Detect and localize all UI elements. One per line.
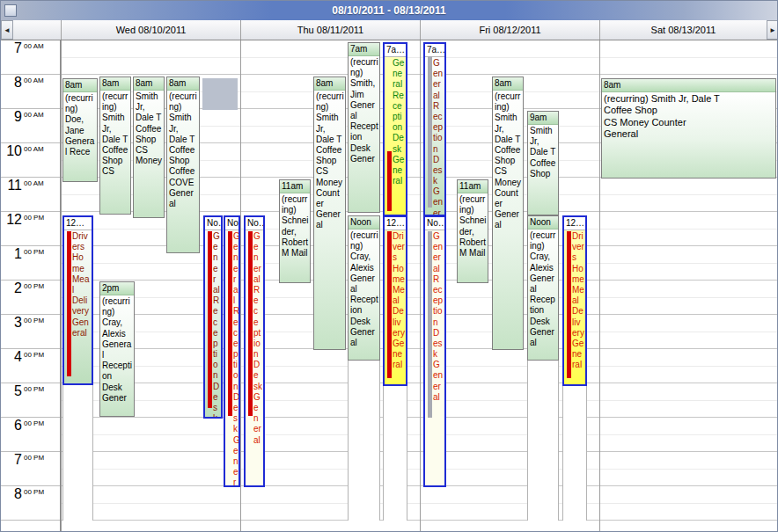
status-strip <box>387 231 392 378</box>
appointment-thu-schneider[interactable]: 11am (recurring) Schneider, Robert M Mai… <box>279 179 311 283</box>
status-strip <box>67 231 71 376</box>
appointment-subject: Smith Jr, Dale T Coffee Shop CS Money <box>134 91 164 217</box>
appointment-subject: (recurring) Smith Jr, Dale T Coffee Shop… <box>100 91 130 214</box>
appointment-time-label: 12… <box>385 217 406 230</box>
appointment-time-label: Noon <box>528 216 558 230</box>
column-divider <box>420 40 421 532</box>
appointment-time-label: 8am <box>493 77 523 91</box>
time-label: 700 AM <box>1 40 60 75</box>
ruler-header-stub <box>13 20 61 40</box>
appointment-time-label: 9am <box>528 112 558 125</box>
appointment-subject: (recurring) Cray, Alexis General Recepti… <box>100 295 134 416</box>
appointment-time-label: 7a… <box>385 44 406 57</box>
appointment-wed-smith-cove[interactable]: 8am (recurring) Smith Jr, Dale T Coffee … <box>166 77 200 253</box>
appointment-subject: Smith Jr, Dale T Coffee Shop <box>528 125 558 215</box>
subcolumn-guide <box>527 361 559 521</box>
appointment-wed-doe[interactable]: 8am (recurring) Doe, Jane General Rece <box>62 78 98 182</box>
time-label: 700 PM <box>1 452 60 486</box>
time-label: 100 PM <box>1 246 60 281</box>
appointment-thu-reception-7am[interactable]: 7a… General Reception Desk General <box>383 42 407 216</box>
appointment-time-label: 11am <box>458 180 488 193</box>
appointment-fri-cray[interactable]: Noon (recurring) Cray, Alexis General Re… <box>527 215 559 361</box>
appointment-subject: (recurring) Doe, Jane General Rece <box>63 92 97 181</box>
appointment-subject: (recurring) Cray, Alexis General Recepti… <box>349 230 379 360</box>
status-strip <box>387 151 392 211</box>
appointment-time-label: 12… <box>564 217 585 230</box>
status-strip <box>248 231 253 416</box>
appointment-time-label: No… <box>246 217 263 230</box>
time-label: 500 PM <box>1 383 60 418</box>
appointment-thu-reception-noon[interactable]: No… General Reception Desk General <box>244 215 265 487</box>
appointment-thu-smith-jim[interactable]: 7am (recurring) Smith, Jim General Recep… <box>348 42 380 213</box>
day-header-thu[interactable]: Thu 08/11/2011 <box>240 20 420 40</box>
status-strip <box>208 231 212 408</box>
subcolumn-guide <box>562 386 587 521</box>
appointment-wed-smith-recurring[interactable]: 8am (recurring) Smith Jr, Dale T Coffee … <box>99 77 131 215</box>
status-strip <box>428 56 432 208</box>
appointment-time-label: 8am <box>63 79 97 92</box>
appointment-subject: (recurring) Schneider, Robert M Mail <box>280 193 310 282</box>
day-header-fri[interactable]: Fri 08/12/2011 <box>420 20 599 40</box>
appointment-sat-smith[interactable]: 8am (recurring) Smith Jr, Dale T Coffee … <box>601 78 776 179</box>
time-label: 400 PM <box>1 349 60 383</box>
appointment-time-label: 2pm <box>100 282 134 295</box>
appointment-fri-drivers[interactable]: 12… Drivers Home Meal Delivery General <box>562 215 587 386</box>
column-divider <box>599 40 600 532</box>
appointment-time-label: 11am <box>280 180 310 193</box>
selected-time-range <box>202 78 238 110</box>
appointment-wed-reception-noon-2[interactable]: No… General Reception Desk General <box>224 215 240 487</box>
next-button[interactable]: ► <box>767 20 778 40</box>
subcolumn-guide <box>383 386 407 521</box>
time-label: 800 AM <box>1 75 60 109</box>
appointment-subject: (recurring) Smith Jr, Dale T Coffee Shop… <box>314 91 345 349</box>
chevron-right-icon: ► <box>769 26 776 34</box>
appointment-time-label: No… <box>205 217 221 230</box>
appointment-time-label: 7a… <box>425 44 444 57</box>
appointment-subject: (recurring) Cray, Alexis General Recepti… <box>528 230 558 360</box>
time-label: 300 PM <box>1 315 60 349</box>
day-header-wed[interactable]: Wed 08/10/2011 <box>61 20 240 40</box>
appointment-time-label: 8am <box>167 77 199 91</box>
scheduler-grid[interactable]: 8am (recurring) Doe, Jane General Rece 8… <box>61 40 778 532</box>
appointment-wed-cray[interactable]: 2pm (recurring) Cray, Alexis General Rec… <box>99 281 135 417</box>
appointment-fri-schneider[interactable]: 11am (recurring) Schneider, Robert M Mai… <box>457 179 488 283</box>
appointment-time-label: No… <box>425 217 444 230</box>
appointment-wed-drivers[interactable]: 12… Drivers Home Meal Delivery General <box>62 215 93 385</box>
appointment-time-label: 8am <box>100 77 130 91</box>
prev-button[interactable]: ◄ <box>1 20 13 40</box>
time-label: 1100 AM <box>1 178 60 212</box>
status-strip <box>228 231 232 416</box>
appointment-fri-reception-noon[interactable]: No… General Reception Desk General <box>423 215 446 487</box>
appointment-thu-cray[interactable]: Noon (recurring) Cray, Alexis General Re… <box>348 215 380 361</box>
column-divider <box>61 40 62 532</box>
appointment-fri-smith-8am[interactable]: 8am (recurring) Smith Jr, Dale T Coffee … <box>492 77 524 350</box>
time-label: 1200 PM <box>1 212 60 246</box>
appointment-time-label: 12… <box>64 217 92 230</box>
title-bar: 08/10/2011 - 08/13/2011 <box>1 1 777 20</box>
appointment-subject: (recurring) Smith Jr, Dale T Coffee Shop… <box>602 92 775 178</box>
appointment-fri-smith-9am[interactable]: 9am Smith Jr, Dale T Coffee Shop <box>527 111 559 215</box>
appointment-time-label: 8am <box>602 79 775 92</box>
appointment-time-label: 8am <box>314 77 345 91</box>
appointment-time-label: 7am <box>349 43 379 56</box>
date-range-title: 08/10/2011 - 08/13/2011 <box>332 4 445 17</box>
appointment-wed-smith[interactable]: 8am Smith Jr, Dale T Coffee Shop CS Mone… <box>133 77 165 218</box>
appointment-time-label: 8am <box>134 77 164 91</box>
status-strip <box>567 231 571 378</box>
time-label: 200 PM <box>1 281 60 315</box>
appointment-thu-smith[interactable]: 8am (recurring) Smith Jr, Dale T Coffee … <box>313 77 346 350</box>
appointment-fri-reception-7am[interactable]: 7a… General Reception Desk General <box>423 42 446 216</box>
time-label: 600 PM <box>1 418 60 452</box>
appointment-subject: (recurring) Smith, Jim General Reception… <box>349 56 379 212</box>
day-header-sat[interactable]: Sat 08/13/2011 <box>599 20 767 40</box>
appointment-subject: (recurring) Smith Jr, Dale T Coffee Shop… <box>167 91 199 252</box>
appointment-wed-reception-noon-1[interactable]: No… General Reception Desk General <box>203 215 223 419</box>
appointment-time-label: Noon <box>349 216 379 230</box>
column-divider <box>240 40 241 532</box>
app-icon <box>4 4 17 17</box>
appointment-subject: (recurring) Smith Jr, Dale T Coffee Shop… <box>493 91 523 349</box>
appointment-time-label: No… <box>225 217 239 230</box>
appointment-thu-drivers[interactable]: 12… Drivers Home Meal Delivery General <box>383 215 407 386</box>
time-label: 800 PM <box>1 486 60 521</box>
time-ruler: 700 AM 800 AM 900 AM 1000 AM 1100 AM 120… <box>1 40 61 532</box>
